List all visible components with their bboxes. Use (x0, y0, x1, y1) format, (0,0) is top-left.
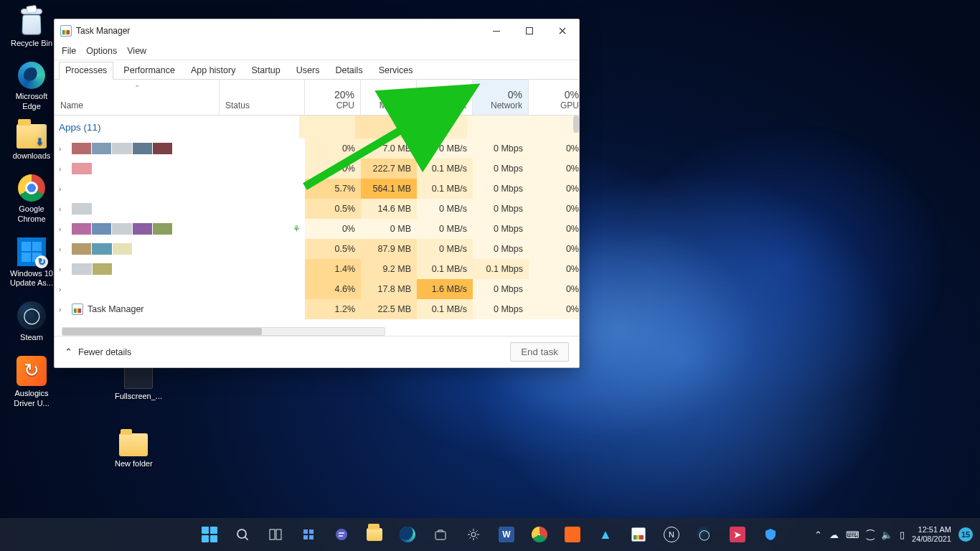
taskbar-explorer[interactable] (360, 520, 389, 549)
tab-startup[interactable]: Startup (245, 62, 286, 79)
maximize-button[interactable] (513, 19, 546, 42)
taskbar-store[interactable] (426, 520, 455, 549)
taskbar-edge[interactable] (393, 520, 422, 549)
table-row[interactable]: ›0%7.0 MB0 MB/s0 Mbps0% (55, 138, 579, 159)
col-gpu[interactable]: 0% GPU (529, 80, 585, 115)
eco-mode-icon: ⚘ (293, 224, 301, 234)
expand-chevron-icon[interactable]: › (59, 286, 67, 293)
tab-services[interactable]: Services (373, 62, 419, 79)
expand-chevron-icon[interactable]: › (59, 225, 67, 233)
col-disk[interactable]: 34% Disk (417, 80, 473, 115)
end-task-button[interactable]: End task (510, 342, 569, 362)
desktop-icon-edge[interactable]: Microsoft Edge (4, 62, 59, 112)
taskbar-security[interactable] (756, 520, 785, 549)
menu-file[interactable]: File (62, 46, 76, 56)
taskbar-app-flame[interactable]: ▲ (591, 520, 620, 549)
table-row[interactable]: ›4.6%17.8 MB1.6 MB/s0 Mbps0% (55, 279, 579, 299)
wifi-icon[interactable]: ⁐ (867, 529, 874, 540)
taskbar-widgets[interactable] (294, 520, 323, 549)
desktop-icon-auslogics[interactable]: ↻ Auslogics Driver U... (4, 356, 59, 409)
keyboard-icon[interactable]: ⌨ (846, 529, 859, 540)
col-network-label: Network (491, 100, 522, 110)
tab-details[interactable]: Details (329, 62, 368, 79)
col-status[interactable]: Status (220, 80, 305, 115)
expand-chevron-icon[interactable]: › (59, 245, 67, 253)
task-manager-window[interactable]: Task Manager File Options View Processes (54, 19, 580, 368)
expand-chevron-icon[interactable]: › (59, 145, 67, 153)
col-memory-label: Memory (380, 100, 410, 110)
table-row[interactable]: ›0.5%87.9 MB0 MB/s0 Mbps0% (55, 239, 579, 259)
volume-icon[interactable]: 🔈 (881, 529, 892, 540)
redacted-name (72, 263, 112, 275)
expand-chevron-icon[interactable]: › (59, 265, 67, 273)
col-network[interactable]: 0% Network (473, 80, 529, 115)
desktop-icon-downloads[interactable]: downloads (4, 124, 59, 161)
redacted-name (72, 143, 172, 154)
menu-view[interactable]: View (127, 46, 146, 56)
group-header-apps[interactable]: Apps (11) (55, 116, 579, 138)
cell-gpu: 0% (529, 299, 579, 319)
col-name[interactable]: ⌃ Name (55, 80, 220, 115)
horizontal-scrollbar[interactable] (62, 327, 385, 336)
cell-disk: 0.1 MB/s (417, 179, 473, 199)
table-row[interactable]: ›⚘0%0 MB0 MB/s0 Mbps0% (55, 219, 579, 239)
battery-icon[interactable]: ▯ (900, 529, 905, 540)
minimize-button[interactable] (480, 19, 513, 42)
table-row[interactable]: ›5.7%564.1 MB0.1 MB/s0 Mbps0% (55, 179, 579, 199)
desktop-icon-label: Fullscreen_... (115, 392, 162, 402)
vertical-scrollbar[interactable] (573, 116, 579, 133)
taskbar[interactable]: W ▲ N ◯ ➤ ⌃ ☁ ⌨ ⁐ 🔈 ▯ 12:51 AM 24/08/202… (0, 518, 980, 551)
tray-overflow[interactable]: ⌃ (814, 529, 822, 540)
onedrive-icon[interactable]: ☁ (829, 529, 839, 540)
tab-performance[interactable]: Performance (118, 62, 181, 79)
taskbar-steam[interactable]: ◯ (690, 520, 719, 549)
desktop-icon-chrome[interactable]: Google Chrome (4, 174, 59, 225)
taskbar-settings[interactable] (459, 520, 488, 549)
start-button[interactable] (195, 520, 224, 549)
cell-cpu: 4.6% (305, 279, 361, 299)
expand-chevron-icon[interactable]: › (59, 205, 67, 213)
fewer-details-toggle[interactable]: ⌃ Fewer details (65, 347, 131, 357)
table-row[interactable]: ›0%222.7 MB0.1 MB/s0 Mbps0% (55, 159, 579, 179)
table-row[interactable]: ›Task Manager1.2%22.5 MB0.1 MB/s0 Mbps0% (55, 299, 579, 319)
table-row[interactable]: ›1.4%9.2 MB0.1 MB/s0.1 Mbps0% (55, 259, 579, 279)
tab-users[interactable]: Users (291, 62, 326, 79)
desktop-icon-win-update-assistant[interactable]: Windows 10 Update As... (4, 237, 59, 289)
table-row[interactable]: ›0.5%14.6 MB0 MB/s0 Mbps0% (55, 199, 579, 219)
taskbar-task-view[interactable] (261, 520, 290, 549)
tab-processes[interactable]: Processes (59, 62, 113, 80)
expand-chevron-icon[interactable]: › (59, 185, 67, 193)
redacted-name (72, 243, 132, 255)
taskbar-chrome[interactable] (525, 520, 554, 549)
taskbar-search[interactable] (228, 520, 257, 549)
col-status-label: Status (225, 100, 250, 110)
process-grid[interactable]: Apps (11) ›0%7.0 MB0 MB/s0 Mbps0%›0%222.… (55, 116, 579, 336)
taskbar-teams[interactable] (327, 520, 356, 549)
desktop[interactable]: Recycle Bin Microsoft Edge downloads Goo… (0, 0, 980, 551)
taskbar-clock[interactable]: 12:51 AM 24/08/2021 (912, 525, 951, 544)
taskbar-app-n[interactable]: N (657, 520, 686, 549)
maximize-icon (524, 25, 535, 37)
desktop-icon-fullscreen-shortcut[interactable]: Fullscreen_... (115, 366, 162, 402)
close-button[interactable] (546, 19, 579, 42)
titlebar[interactable]: Task Manager (55, 19, 579, 42)
cell-disk: 0.1 MB/s (417, 259, 473, 279)
tab-app-history[interactable]: App history (185, 62, 242, 79)
cell-disk: 1.6 MB/s (417, 279, 473, 299)
cell-memory: 14.6 MB (361, 199, 417, 219)
desktop-icon-recycle-bin[interactable]: Recycle Bin (4, 6, 59, 49)
col-memory[interactable]: 88% Memory (361, 80, 417, 115)
taskbar-word[interactable]: W (492, 520, 521, 549)
taskbar-app-arrow[interactable]: ➤ (723, 520, 752, 549)
expand-chevron-icon[interactable]: › (59, 306, 67, 314)
desktop-icon-new-folder[interactable]: New folder (115, 433, 153, 469)
taskbar-app-orange[interactable] (558, 520, 587, 549)
desktop-icon-steam[interactable]: ◯ Steam (4, 301, 59, 343)
folder-icon (367, 528, 382, 541)
expand-chevron-icon[interactable]: › (59, 165, 67, 173)
menu-options[interactable]: Options (86, 46, 117, 56)
taskbar-taskmanager[interactable] (624, 520, 653, 549)
col-cpu[interactable]: 20% CPU (305, 80, 361, 115)
notification-badge[interactable]: 15 (958, 527, 973, 542)
scrollbar-thumb[interactable] (62, 328, 262, 335)
